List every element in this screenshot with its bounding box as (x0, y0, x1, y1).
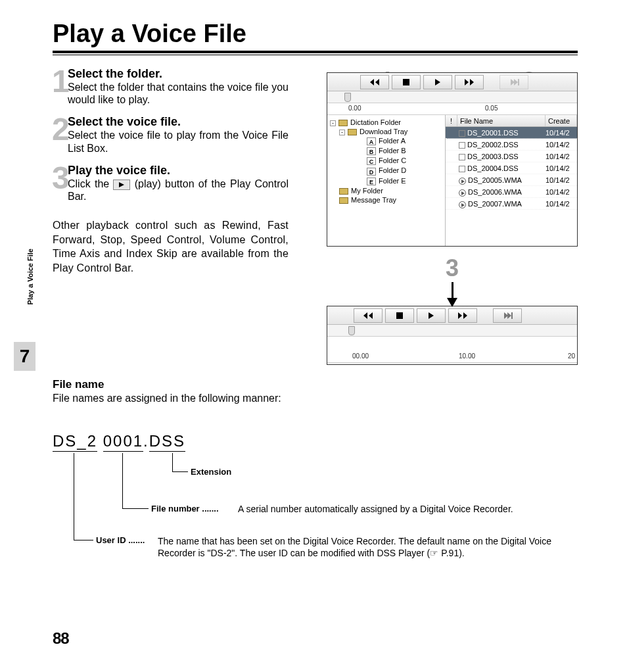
ruler-tick: 10.00 (459, 352, 475, 360)
page-number: 88 (53, 629, 69, 648)
flag-cell (446, 198, 457, 209)
dss-file-icon (459, 142, 465, 149)
userid-label: User ID ....... (96, 535, 145, 545)
col-flag[interactable]: ! (446, 115, 457, 126)
dss-file-icon (459, 154, 465, 160)
col-created[interactable]: Create (546, 115, 577, 126)
play-button[interactable] (423, 75, 452, 89)
filename-number: 0001 (103, 432, 143, 452)
play-button[interactable] (417, 308, 446, 323)
folder-icon (338, 120, 348, 126)
flag-cell (446, 174, 457, 185)
file-list[interactable]: ! File Name Create DS_20001.DSS10/14/2DS… (446, 115, 577, 246)
filename-userid: DS_2 (53, 432, 97, 452)
list-row[interactable]: DS_20006.WMA10/14/2 (446, 186, 577, 198)
filename-cell: DS_20003.DSS (457, 151, 546, 162)
step-body: Click the (play) button of the Play Cont… (68, 178, 289, 203)
step-3: 3 Play the voice file. Click the (play) … (53, 164, 289, 203)
step-2: 2 Select the voice file. Select the voic… (53, 115, 289, 154)
date-cell: 10/14/2 (546, 198, 577, 209)
step-body: Select the folder that contains the voic… (68, 81, 289, 106)
flag-cell (446, 186, 457, 197)
date-cell: 10/14/2 (546, 186, 577, 197)
extension-label: Extension (191, 467, 231, 477)
tree-label: My Folder (351, 187, 383, 195)
time-ruler: 0.00 0.05 (327, 103, 577, 115)
list-row[interactable]: DS_20007.WMA10/14/2 (446, 198, 577, 210)
date-cell: 10/14/2 (546, 151, 577, 162)
filename-title: File name (53, 378, 578, 391)
collapse-icon[interactable]: - (339, 130, 345, 135)
filename-dot: . (143, 432, 149, 451)
section-number-tab: 7 (14, 342, 35, 371)
wma-file-icon (459, 201, 466, 208)
flag-cell (446, 139, 457, 150)
list-row[interactable]: DS_20004.DSS10/14/2 (446, 162, 577, 174)
list-row[interactable]: DS_20003.DSS10/14/2 (446, 151, 577, 162)
folder-letter-icon: A (367, 137, 376, 145)
step-body: Select the voice file to play from the V… (68, 129, 289, 154)
folder-tree[interactable]: -Dictation Folder -Download Tray AFolder… (327, 115, 446, 246)
tree-label: Download Tray (360, 128, 407, 135)
slider-thumb-icon[interactable] (344, 93, 351, 102)
filename-ext: DSS (149, 432, 185, 452)
play-control-bar (327, 306, 577, 325)
tree-label: Message Tray (351, 196, 396, 204)
filename-cell: DS_20007.WMA (457, 198, 546, 209)
list-header: ! File Name Create (446, 115, 577, 127)
skip-end-button[interactable] (493, 308, 522, 323)
folder-letter-icon: B (367, 147, 376, 155)
filename-desc: File names are assigned in the following… (53, 393, 578, 404)
tree-label: Folder C (379, 156, 406, 164)
app-screenshot-top: 0.00 0.05 -Dictation Folder -Download Tr… (327, 72, 578, 247)
tree-label: Folder E (379, 177, 406, 185)
time-slider[interactable] (327, 325, 577, 337)
slider-thumb-icon[interactable] (348, 326, 355, 335)
time-slider[interactable] (327, 91, 577, 103)
filename-section: File name File names are assigned in the… (53, 378, 578, 578)
fast-forward-button[interactable] (455, 75, 484, 89)
filename-cell: DS_20002.DSS (457, 139, 546, 150)
step-number: 3 (52, 160, 70, 196)
step-1: 1 Select the folder. Select the folder t… (53, 67, 289, 106)
date-cell: 10/14/2 (546, 127, 577, 138)
folder-icon (339, 188, 348, 195)
list-row[interactable]: DS_20005.WMA10/14/2 (446, 174, 577, 186)
screenshot-column: 1 2 (315, 67, 578, 365)
rewind-button[interactable] (354, 308, 383, 323)
rewind-button[interactable] (360, 75, 389, 89)
list-row[interactable]: DS_20001.DSS10/14/2 (446, 127, 577, 139)
filename-example: DS_2 0001.DSS (53, 432, 578, 450)
collapse-icon[interactable]: - (330, 120, 336, 126)
wma-file-icon (459, 189, 466, 197)
tree-label: Folder B (379, 147, 406, 155)
filename-cell: DS_20005.WMA (457, 174, 546, 185)
userid-text: The name that has been set on the Digita… (158, 535, 578, 559)
skip-end-button[interactable] (499, 75, 528, 89)
fast-forward-button[interactable] (448, 308, 477, 323)
ruler-tick: 0.05 (485, 105, 498, 112)
filename-cell: DS_20004.DSS (457, 162, 546, 174)
folder-letter-icon: D (367, 168, 376, 176)
flag-cell (446, 151, 457, 162)
dss-file-icon (459, 130, 465, 137)
folder-letter-icon: E (367, 178, 376, 185)
ruler-tick: 00.00 (352, 352, 369, 360)
tree-label: Dictation Folder (350, 118, 401, 126)
step-number: 2 (52, 111, 70, 147)
callout-3: 3 (327, 254, 578, 282)
list-row[interactable]: DS_20002.DSS10/14/2 (446, 139, 577, 151)
app-screenshot-bottom: 00.00 10.00 20 (327, 306, 578, 365)
page-title: Play a Voice File (53, 20, 578, 53)
col-filename[interactable]: File Name (457, 115, 546, 126)
date-cell: 10/14/2 (546, 139, 577, 150)
folder-icon (348, 129, 357, 135)
dss-file-icon (459, 166, 465, 172)
side-label: Play a Voice File (26, 249, 34, 304)
filename-cell: DS_20001.DSS (457, 127, 546, 138)
stop-button[interactable] (392, 75, 421, 89)
filenum-label: File number ....... (151, 504, 219, 514)
ruler-tick: 0.00 (348, 105, 361, 112)
stop-button[interactable] (385, 308, 414, 323)
time-ruler: 00.00 10.00 20 (327, 337, 577, 363)
